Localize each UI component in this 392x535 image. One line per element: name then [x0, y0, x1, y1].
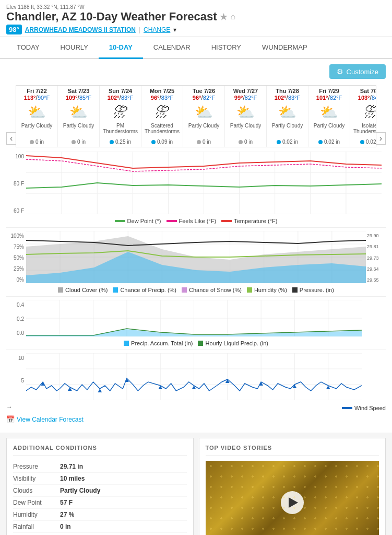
video-thumbnail[interactable] — [206, 461, 379, 535]
legend-chance-snow: Chance of Snow (%) — [182, 287, 242, 293]
pressure-y-low: 29.55 — [367, 277, 386, 283]
day-0-date: Fri 7/22 — [17, 88, 56, 94]
day-2-temp: 102°/83°F — [101, 94, 140, 101]
day-5-temp: 99°/82°F — [226, 94, 265, 101]
temp-y-100: 100 — [6, 154, 24, 159]
forecast-day-4[interactable]: Tue 7/26 96°/82°F ⛅ Partly Cloudy 0 in — [183, 86, 225, 147]
day-1-date: Sat 7/23 — [59, 88, 98, 94]
rainfall-label: Rainfall — [13, 523, 60, 530]
forecast-next-button[interactable]: › — [376, 132, 386, 145]
day-3-precip: 0.09 in — [142, 139, 182, 145]
precip-y-00: 0.0 — [6, 330, 24, 336]
precip-accum-legend: Precip. Accum. Total (in) Hourly Liquid … — [6, 340, 386, 346]
legend-temperature: Temperature (°F) — [221, 218, 277, 224]
forecast-days: Fri 7/22 113°/90°F ⛅ Partly Cloudy 0 in … — [16, 85, 376, 147]
forecast-day-8[interactable]: Sat 7/30 103°/84°F ⛈ Isolated Thundersto… — [350, 86, 376, 147]
change-link[interactable]: CHANGE — [144, 26, 170, 33]
day-7-desc: Partly Cloudy — [310, 123, 349, 137]
day-8-date: Sat 7/30 — [351, 88, 376, 94]
day-6-precip: 0.02 in — [268, 139, 307, 145]
day-6-date: Thu 7/28 — [268, 88, 307, 94]
day-0-icon: ⛅ — [17, 103, 56, 121]
legend-feels-like: Feels Like (°F) — [167, 218, 217, 224]
rainfall-value: 0 in — [60, 523, 71, 530]
day-0-desc: Partly Cloudy — [17, 123, 56, 137]
video-overlay — [206, 461, 379, 535]
pressure-y-3: 29.73 — [367, 255, 386, 261]
star-icon[interactable]: ★ — [220, 12, 227, 22]
forecast-day-7[interactable]: Fri 7/29 101°/82°F ⛅ Partly Cloudy 0.02 … — [308, 86, 350, 147]
legend-wind-speed: Wind Speed — [342, 405, 386, 411]
conditions-row-rainfall: Rainfall 0 in — [13, 521, 187, 533]
day-7-precip: 0.02 in — [310, 139, 349, 145]
conditions-row-humidity: Humidity 27 % — [13, 509, 187, 521]
customize-button[interactable]: ⚙ Customize — [329, 64, 386, 79]
day-3-desc: Scattered Thunderstorms — [142, 123, 182, 137]
pipe: | — [139, 26, 140, 33]
forecast-prev-button[interactable]: ‹ — [6, 132, 16, 145]
pressure-label: Pressure — [13, 463, 60, 470]
conditions-row-clouds: Clouds Partly Cloudy — [13, 485, 187, 497]
clouds-value: Partly Cloudy — [60, 487, 100, 494]
nav-tabs: TODAY HOURLY 10-DAY CALENDAR HISTORY WUN… — [0, 37, 392, 59]
temp-chart-svg — [26, 152, 382, 214]
pct-chart-legend: Cloud Cover (%) Chance of Precip. (%) Ch… — [6, 287, 386, 293]
customize-label: Customize — [347, 68, 378, 76]
station-name[interactable]: ARROWHEAD MEADOWS II STATION — [25, 26, 136, 33]
pressure-y-4: 29.64 — [367, 266, 386, 272]
home-icon[interactable]: ⌂ — [230, 12, 235, 21]
day-1-precip: 0 in — [59, 139, 98, 145]
tab-calendar[interactable]: CALENDAR — [143, 37, 201, 59]
page-title: Chandler, AZ 10-Day Weather Forecast — [6, 10, 217, 24]
pct-chart-svg — [26, 231, 366, 283]
conditions-row-pressure: Pressure 29.71 in — [13, 461, 187, 473]
tab-hourly[interactable]: HOURLY — [50, 37, 99, 59]
forecast-day-1[interactable]: Sat 7/23 109°/85°F ⛅ Partly Cloudy 0 in — [58, 86, 100, 147]
forecast-day-0[interactable]: Fri 7/22 113°/90°F ⛅ Partly Cloudy 0 in — [16, 86, 58, 147]
chevron-down-icon: ▾ — [173, 26, 176, 33]
day-7-date: Fri 7/29 — [310, 88, 349, 94]
conditions-row-visibility: Visibility 10 miles — [13, 473, 187, 485]
day-1-desc: Partly Cloudy — [59, 123, 98, 137]
day-7-icon: ⛅ — [310, 103, 349, 121]
wind-chart-section: 10 5 — [6, 353, 386, 411]
day-7-temp: 101°/82°F — [310, 94, 349, 101]
day-1-temp: 109°/85°F — [59, 94, 98, 101]
temp-y-60: 60 F — [6, 208, 24, 214]
forecast-day-3[interactable]: Mon 7/25 96°/83°F ⛈ Scattered Thundersto… — [141, 86, 183, 147]
day-5-desc: Partly Cloudy — [226, 123, 265, 137]
day-5-date: Wed 7/27 — [226, 88, 265, 94]
tab-10-day[interactable]: 10-DAY — [99, 37, 143, 59]
pressure-y-2: 29.81 — [367, 244, 386, 249]
additional-conditions: ADDITIONAL CONDITIONS Pressure 29.71 in … — [6, 438, 194, 535]
tab-wundermap[interactable]: WUNDERMAP — [252, 37, 318, 59]
day-6-temp: 102°/83°F — [268, 94, 307, 101]
pct-y-75: 75% — [6, 244, 24, 250]
temp-y-80: 80 F — [6, 181, 24, 187]
tab-history[interactable]: HISTORY — [201, 37, 252, 59]
day-4-precip: 0 in — [184, 139, 223, 145]
header: Elev 1188 ft, 33.32 °N, 111.87 °W Chandl… — [0, 0, 392, 37]
forecast-day-5[interactable]: Wed 7/27 99°/82°F ⛅ Partly Cloudy 0 in — [225, 86, 267, 147]
day-8-icon: ⛈ — [351, 103, 376, 121]
forecast-day-6[interactable]: Thu 7/28 102°/83°F ⛅ Partly Cloudy 0.02 … — [267, 86, 308, 147]
visibility-label: Visibility — [13, 475, 60, 482]
forecast-day-2[interactable]: Sun 7/24 102°/83°F ⛈ PM Thunderstorms 0.… — [100, 86, 141, 147]
day-8-desc: Isolated Thunderstorms — [351, 123, 376, 137]
day-8-temp: 103°/84°F — [351, 94, 376, 101]
view-calendar-link[interactable]: 📅 View Calendar Forecast — [6, 415, 386, 423]
day-2-desc: PM Thunderstorms — [101, 123, 140, 137]
gear-icon: ⚙ — [337, 67, 343, 76]
humidity-label: Humidity — [13, 511, 60, 518]
day-5-precip: 0 in — [226, 139, 265, 145]
wind-y-5: 5 — [6, 378, 24, 383]
conditions-row-snowdepth: Snow Depth 0 in — [13, 533, 187, 535]
bottom-section: ADDITIONAL CONDITIONS Pressure 29.71 in … — [0, 433, 392, 535]
tab-today[interactable]: TODAY — [6, 37, 50, 59]
pct-y-25: 25% — [6, 266, 24, 272]
pct-y-0: 0% — [6, 277, 24, 283]
day-4-desc: Partly Cloudy — [184, 123, 223, 137]
day-6-desc: Partly Cloudy — [268, 123, 307, 137]
elevation-text: Elev 1188 ft, 33.32 °N, 111.87 °W — [6, 4, 386, 10]
day-0-precip: 0 in — [17, 139, 56, 145]
